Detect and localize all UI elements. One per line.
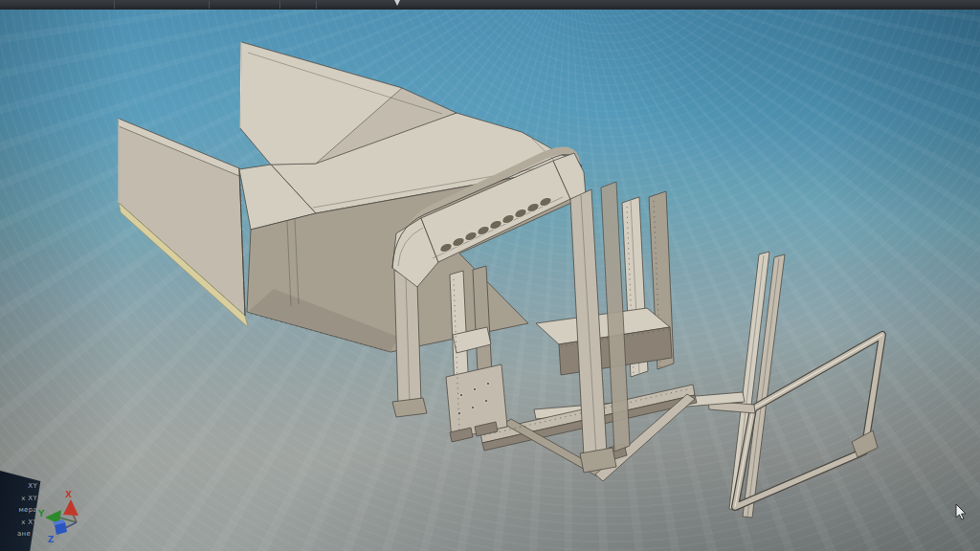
cad-application-window: ▼ <box>0 0 980 551</box>
